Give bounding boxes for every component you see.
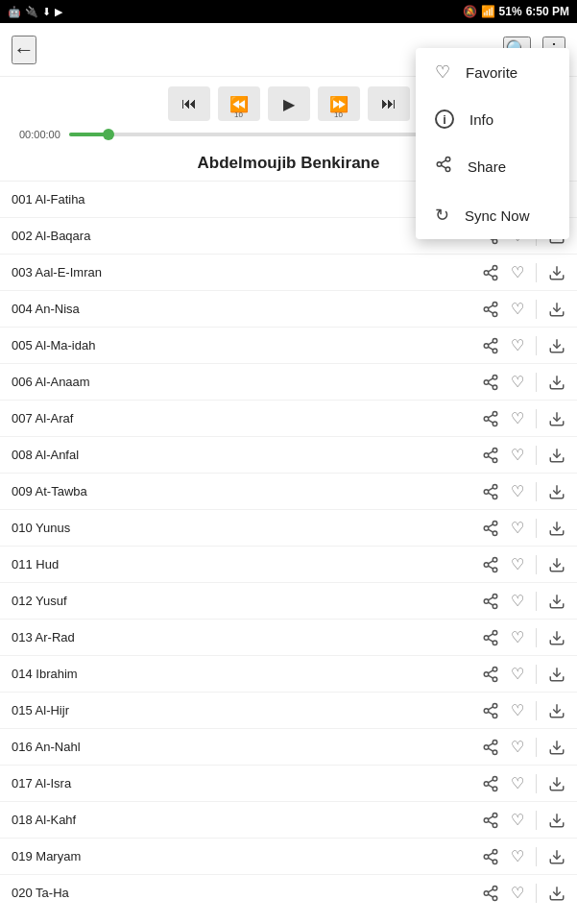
favorite-icon[interactable]: ♡ <box>511 482 524 500</box>
divider <box>536 446 537 465</box>
dropdown-menu: ♡ Favorite i Info Share ↻ Sync Now <box>416 48 569 239</box>
menu-label: Info <box>469 111 493 128</box>
favorite-icon[interactable]: ♡ <box>511 336 524 354</box>
favorite-icon[interactable]: ♡ <box>511 884 524 902</box>
track-item: 020 Ta-Ha ♡ <box>0 875 577 906</box>
favorite-icon[interactable]: ♡ <box>511 409 524 427</box>
track-item: 008 Al-Anfal ♡ <box>0 437 577 474</box>
play-button[interactable]: ▶ <box>268 86 310 121</box>
favorite-icon[interactable]: ♡ <box>511 446 524 464</box>
share-icon[interactable] <box>482 374 499 391</box>
download-icon[interactable] <box>548 775 565 792</box>
svg-line-118 <box>488 888 493 891</box>
svg-line-63 <box>488 566 493 569</box>
favorite-icon[interactable]: ♡ <box>511 263 524 281</box>
svg-point-38 <box>493 422 497 426</box>
track-item: 004 An-Nisa ♡ <box>0 291 577 328</box>
download-icon[interactable] <box>548 739 565 756</box>
favorite-icon[interactable]: ♡ <box>511 519 524 537</box>
download-icon[interactable] <box>548 666 565 683</box>
back-button[interactable]: ← <box>12 36 36 64</box>
track-actions: ♡ <box>482 373 565 392</box>
favorite-icon[interactable]: ♡ <box>511 555 524 573</box>
share-icon[interactable] <box>482 520 499 537</box>
menu-item-sync-now[interactable]: ↻ Sync Now <box>416 191 569 239</box>
favorite-icon[interactable]: ♡ <box>511 811 524 829</box>
share-icon[interactable] <box>482 593 499 610</box>
download-icon[interactable] <box>548 337 565 354</box>
skip-next-button[interactable]: ⏭ <box>368 86 410 121</box>
svg-line-117 <box>488 894 493 897</box>
share-icon[interactable] <box>482 629 499 646</box>
download-icon[interactable] <box>548 301 565 318</box>
download-icon[interactable] <box>548 264 565 281</box>
download-icon[interactable] <box>548 374 565 391</box>
svg-line-40 <box>488 414 493 417</box>
divider <box>536 373 537 392</box>
favorite-icon[interactable]: ♡ <box>511 628 524 646</box>
download-icon[interactable] <box>548 812 565 829</box>
share-icon[interactable] <box>482 702 499 719</box>
download-icon[interactable] <box>548 520 565 537</box>
download-icon[interactable] <box>548 410 565 427</box>
svg-point-54 <box>493 521 497 525</box>
menu-item-share[interactable]: Share <box>416 142 569 191</box>
favorite-icon[interactable]: ♡ <box>511 847 524 865</box>
download-icon[interactable] <box>548 885 565 902</box>
download-status-icon: ⬇ <box>42 6 51 18</box>
track-name: 008 Al-Anfal <box>12 448 482 462</box>
share-icon[interactable] <box>482 812 499 829</box>
share-icon[interactable] <box>482 301 499 318</box>
menu-label: Sync Now <box>465 207 530 224</box>
favorite-icon[interactable]: ♡ <box>511 373 524 391</box>
share-icon[interactable] <box>482 410 499 427</box>
share-icon[interactable] <box>482 848 499 865</box>
download-icon[interactable] <box>548 483 565 500</box>
download-icon[interactable] <box>548 629 565 646</box>
share-icon[interactable] <box>482 885 499 902</box>
skip-prev-icon: ⏮ <box>181 95 197 112</box>
divider <box>536 409 537 428</box>
favorite-icon[interactable]: ♡ <box>511 592 524 610</box>
track-list: 001 Al-Fatiha ♡ 002 Al-Baqara <box>0 182 577 906</box>
favorite-icon[interactable]: ♡ <box>511 701 524 719</box>
menu-label: Favorite <box>466 64 517 81</box>
share-icon[interactable] <box>482 447 499 464</box>
share-icon[interactable] <box>482 666 499 683</box>
download-icon[interactable] <box>548 556 565 573</box>
share-icon[interactable] <box>482 556 499 573</box>
share-icon[interactable] <box>482 264 499 281</box>
svg-point-8 <box>493 239 497 244</box>
favorite-icon[interactable]: ♡ <box>511 300 524 318</box>
track-name: 005 Al-Ma-idah <box>12 338 482 353</box>
favorite-icon[interactable]: ♡ <box>511 738 524 756</box>
divider <box>536 482 537 501</box>
share-icon[interactable] <box>482 483 499 500</box>
track-name: 002 Al-Baqara <box>12 229 482 243</box>
track-item: 014 Ibrahim ♡ <box>0 656 577 693</box>
svg-point-97 <box>484 781 489 786</box>
skip-prev-button[interactable]: ⏮ <box>168 86 210 121</box>
track-actions: ♡ <box>482 628 565 647</box>
download-icon[interactable] <box>548 447 565 464</box>
favorite-icon[interactable]: ♡ <box>511 665 524 683</box>
menu-item-info[interactable]: i Info <box>416 96 569 142</box>
share-icon[interactable] <box>482 337 499 354</box>
svg-line-94 <box>488 742 493 745</box>
divider <box>536 738 537 757</box>
svg-line-93 <box>488 748 493 751</box>
download-icon[interactable] <box>548 848 565 865</box>
download-icon[interactable] <box>548 593 565 610</box>
svg-point-85 <box>484 708 489 713</box>
favorite-icon[interactable]: ♡ <box>511 774 524 792</box>
svg-point-86 <box>493 714 497 718</box>
share-icon[interactable] <box>482 775 499 792</box>
download-icon[interactable] <box>548 702 565 719</box>
share-icon[interactable] <box>482 739 499 756</box>
rewind-button[interactable]: ⏪ 10 <box>218 86 260 121</box>
svg-line-39 <box>488 420 493 423</box>
svg-line-153 <box>441 165 445 168</box>
svg-line-75 <box>488 639 493 642</box>
menu-item-favorite[interactable]: ♡ Favorite <box>416 48 569 96</box>
forward-button[interactable]: ⏩ 10 <box>318 86 360 121</box>
